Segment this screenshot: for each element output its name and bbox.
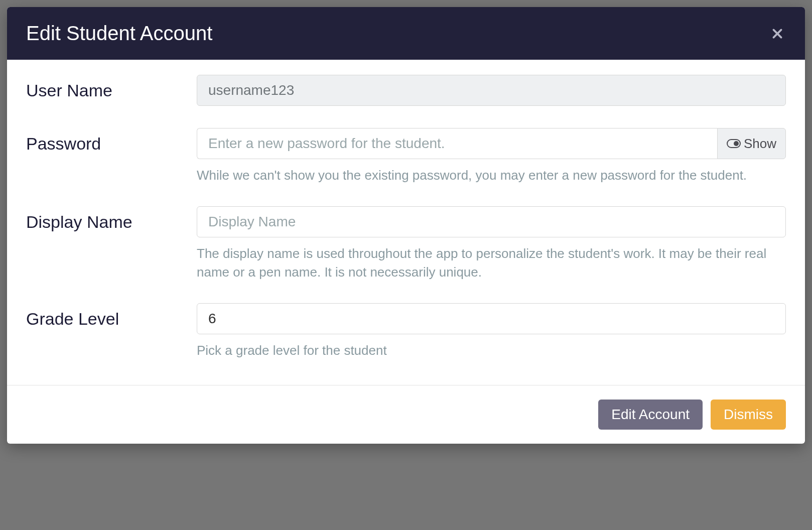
display-name-input[interactable] bbox=[197, 206, 786, 237]
display-name-field-content: The display name is used throughout the … bbox=[197, 206, 786, 281]
username-input bbox=[197, 75, 786, 106]
edit-account-button[interactable]: Edit Account bbox=[598, 400, 703, 430]
modal-body: User Name Password Show While we can't s… bbox=[7, 60, 805, 385]
modal-header: Edit Student Account bbox=[7, 7, 805, 60]
show-password-toggle[interactable]: Show bbox=[717, 128, 786, 159]
display-name-help-text: The display name is used throughout the … bbox=[197, 244, 786, 281]
close-icon bbox=[771, 27, 784, 40]
password-input[interactable] bbox=[197, 128, 717, 159]
password-help-text: While we can't show you the existing pas… bbox=[197, 166, 786, 184]
display-name-row: Display Name The display name is used th… bbox=[26, 206, 786, 281]
grade-level-help-text: Pick a grade level for the student bbox=[197, 341, 786, 359]
grade-level-field-content: Pick a grade level for the student bbox=[197, 303, 786, 359]
username-field-content bbox=[197, 75, 786, 106]
toggle-icon bbox=[727, 139, 741, 148]
password-row: Password Show While we can't show you th… bbox=[26, 128, 786, 184]
close-button[interactable] bbox=[769, 25, 786, 42]
modal-footer: Edit Account Dismiss bbox=[7, 385, 805, 444]
username-label: User Name bbox=[26, 75, 197, 100]
username-row: User Name bbox=[26, 75, 786, 106]
password-label: Password bbox=[26, 128, 197, 154]
grade-level-label: Grade Level bbox=[26, 303, 197, 329]
password-input-group: Show bbox=[197, 128, 786, 159]
modal-title: Edit Student Account bbox=[26, 22, 212, 45]
display-name-label: Display Name bbox=[26, 206, 197, 232]
grade-level-input[interactable] bbox=[197, 303, 786, 334]
password-field-content: Show While we can't show you the existin… bbox=[197, 128, 786, 184]
show-password-label: Show bbox=[744, 136, 776, 152]
edit-student-account-modal: Edit Student Account User Name Password bbox=[7, 7, 805, 444]
grade-level-row: Grade Level Pick a grade level for the s… bbox=[26, 303, 786, 359]
dismiss-button[interactable]: Dismiss bbox=[711, 400, 786, 430]
